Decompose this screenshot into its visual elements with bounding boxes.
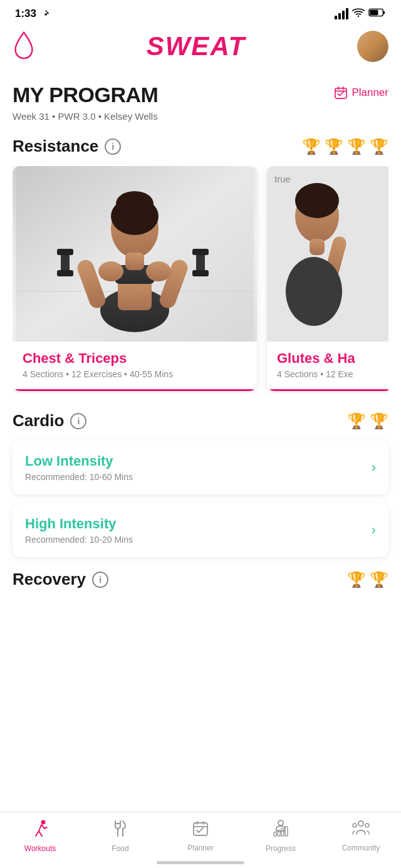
resistance-section: Resistance i 🏆 🏆 🏆 🏆 [13, 137, 388, 394]
food-icon [113, 820, 128, 842]
cardio-header: Cardio i 🏆 🏆 [13, 411, 388, 431]
resistance-header: Resistance i 🏆 🏆 🏆 🏆 [13, 137, 388, 156]
cardio-title: Cardio [13, 411, 64, 431]
card-meta-chest: 4 Sections • 12 Exercises • 40-55 Mins [23, 369, 247, 379]
community-icon [352, 820, 370, 841]
svg-rect-19 [57, 270, 73, 276]
cardio-trophy-2: 🏆 [370, 412, 388, 430]
svg-rect-5 [335, 88, 346, 98]
resistance-info-button[interactable]: i [105, 139, 121, 155]
signal-icon [335, 8, 348, 19]
bottom-nav: Workouts Food Planner [0, 812, 401, 868]
battery-icon [368, 8, 386, 20]
status-time: 1:33 [15, 8, 50, 20]
svg-point-1 [358, 16, 360, 18]
recovery-info-button[interactable]: i [92, 572, 108, 588]
drop-logo[interactable] [13, 30, 35, 63]
user-avatar[interactable] [357, 31, 388, 62]
card-info-glutes: Glutes & Ha 4 Sections • 12 Exe [267, 342, 388, 391]
nav-community[interactable]: Community [321, 812, 401, 855]
svg-point-30 [286, 257, 342, 326]
cardio-trophy-1: 🏆 [347, 412, 366, 430]
recovery-header: Recovery i 🏆 🏆 [13, 570, 388, 589]
trophy-icon-2: 🏆 [325, 138, 343, 155]
low-intensity-name: Low Intensity [25, 453, 133, 469]
high-intensity-chevron: › [372, 522, 376, 538]
low-intensity-chevron: › [372, 459, 376, 476]
workout-card-chest[interactable]: Chest & Triceps 4 Sections • 12 Exercise… [13, 166, 257, 391]
card-meta-glutes: 4 Sections • 12 Exe [277, 369, 382, 379]
wifi-icon [352, 8, 365, 20]
cardio-section: Cardio i 🏆 🏆 Low Intensity Recommended: … [13, 411, 388, 557]
svg-rect-21 [192, 249, 209, 255]
svg-point-27 [295, 183, 339, 218]
card-image-chest [13, 166, 257, 342]
svg-rect-34 [274, 832, 276, 836]
status-icons [335, 8, 386, 20]
svg-rect-14 [125, 253, 144, 270]
recovery-trophy-1: 🏆 [347, 571, 366, 588]
svg-rect-22 [192, 270, 209, 276]
low-intensity-meta: Recommended: 10-60 Mins [25, 472, 133, 482]
program-title: MY PROGRAM [13, 83, 158, 107]
nav-workouts-label: Workouts [24, 844, 56, 853]
card-name-chest: Chest & Triceps [23, 350, 247, 367]
svg-rect-3 [383, 11, 385, 14]
svg-point-13 [116, 191, 154, 216]
svg-rect-4 [370, 10, 378, 15]
high-intensity-meta: Recommended: 10-20 Mins [25, 535, 133, 545]
cardio-info-button[interactable]: i [70, 413, 86, 429]
svg-point-38 [358, 821, 363, 826]
low-intensity-card[interactable]: Low Intensity Recommended: 10-60 Mins › [13, 441, 388, 494]
planner-button[interactable]: Planner [334, 83, 388, 99]
svg-rect-37 [285, 827, 288, 836]
program-section: MY PROGRAM Planner Week 31 • PWR 3.0 • K… [13, 83, 388, 122]
nav-workouts[interactable]: Workouts [0, 812, 80, 855]
workout-card-glutes[interactable]: true [267, 166, 388, 391]
main-content: MY PROGRAM Planner Week 31 • PWR 3.0 • K… [0, 73, 401, 662]
svg-point-40 [365, 824, 369, 827]
workout-cards: Chest & Triceps 4 Sections • 12 Exercise… [13, 166, 388, 394]
optional-label: true [274, 174, 291, 184]
high-intensity-name: High Intensity [25, 516, 133, 532]
trophy-icon-3: 🏆 [347, 138, 366, 155]
status-bar: 1:33 [0, 0, 401, 25]
svg-point-39 [353, 824, 357, 827]
trophy-icon-4: 🏆 [370, 138, 388, 155]
app-name: SWEAT [147, 31, 246, 61]
nav-food-label: Food [112, 844, 128, 853]
nav-food[interactable]: Food [80, 812, 160, 855]
program-subtitle: Week 31 • PWR 3.0 • Kelsey Wells [13, 111, 388, 122]
high-intensity-card[interactable]: High Intensity Recommended: 10-20 Mins › [13, 503, 388, 557]
resistance-title: Resistance [13, 137, 98, 156]
planner-nav-icon [192, 820, 209, 841]
trophy-icon-1: 🏆 [302, 138, 321, 155]
workouts-icon [31, 820, 49, 842]
nav-planner-label: Planner [187, 844, 213, 852]
nav-progress-label: Progress [266, 844, 296, 853]
recovery-trophies: 🏆 🏆 [347, 571, 388, 588]
cardio-trophies: 🏆 🏆 [347, 412, 388, 430]
svg-point-31 [41, 820, 46, 825]
svg-point-24 [146, 261, 171, 281]
nav-community-label: Community [342, 844, 380, 852]
app-header: SWEAT [0, 25, 401, 73]
card-image-glutes: true [267, 166, 388, 342]
recovery-title: Recovery [13, 570, 86, 589]
home-indicator [157, 861, 244, 864]
nav-planner[interactable]: Planner [160, 812, 241, 855]
recovery-section: Recovery i 🏆 🏆 [13, 570, 388, 662]
progress-icon [273, 820, 289, 842]
card-info-chest: Chest & Triceps 4 Sections • 12 Exercise… [13, 342, 257, 391]
recovery-trophy-2: 🏆 [370, 571, 388, 588]
card-name-glutes: Glutes & Ha [277, 350, 382, 367]
svg-rect-36 [281, 829, 284, 836]
svg-rect-18 [57, 249, 73, 255]
resistance-trophies: 🏆 🏆 🏆 🏆 [302, 138, 388, 155]
program-header: MY PROGRAM Planner [13, 83, 388, 107]
svg-point-23 [98, 261, 123, 281]
nav-progress[interactable]: Progress [241, 812, 321, 855]
svg-rect-32 [194, 823, 207, 835]
svg-point-33 [278, 820, 283, 825]
svg-rect-28 [310, 239, 325, 255]
